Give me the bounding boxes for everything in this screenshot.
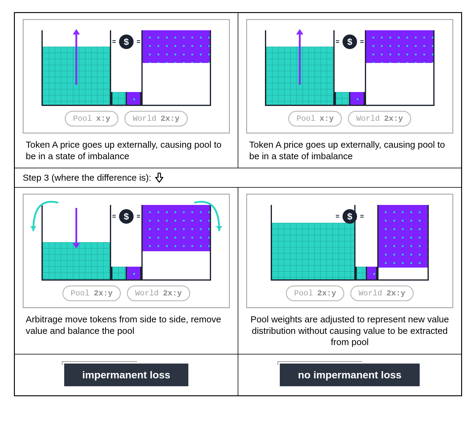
dollar-icon: $ xyxy=(342,35,357,49)
connector-fill xyxy=(336,92,349,105)
diagram-grid: = $ = Pool x:y xyxy=(14,12,462,396)
pill-pool: Pool 2x:y xyxy=(62,285,121,301)
panel-frame: = $ = Pool x:y xyxy=(246,19,453,133)
caption: Token A price goes up externally, causin… xyxy=(246,139,453,162)
tank-token-a xyxy=(265,30,335,106)
result-cell-left: impermanent loss xyxy=(15,354,238,396)
tank-token-b xyxy=(365,30,435,106)
connector xyxy=(111,92,127,106)
connector xyxy=(335,92,350,106)
connector-fill xyxy=(127,267,140,279)
eq-sign: = xyxy=(112,212,116,220)
dollar-icon: $ xyxy=(342,209,357,224)
pill-label: World xyxy=(356,114,380,123)
pill-ratio: 2x:y xyxy=(317,289,336,298)
eq-sign: = xyxy=(360,38,364,46)
pill-ratio: 2x:y xyxy=(384,114,403,123)
panel-frame: = $ = xyxy=(23,194,230,308)
arrow-down-icon xyxy=(75,208,77,244)
result-cell-right: no impermanent loss xyxy=(238,354,461,396)
arrow-down-outline-icon xyxy=(155,173,164,183)
connector xyxy=(366,267,377,281)
connector-fill xyxy=(112,267,126,279)
panel-top-left: = $ = Pool x:y xyxy=(15,13,238,168)
connector xyxy=(111,267,127,281)
pill-ratio: 2x:y xyxy=(94,289,113,298)
caption: Token A price goes up externally, causin… xyxy=(23,139,230,162)
connector xyxy=(349,92,365,106)
eq-sign: = xyxy=(360,212,364,220)
eq-sign: = xyxy=(112,38,116,46)
money-equals: = $ = xyxy=(336,209,364,224)
panel-frame: = $ = Pool 2x:y World xyxy=(246,194,453,308)
pill-world: World 2x:y xyxy=(124,111,187,127)
tank-token-b xyxy=(377,205,429,281)
pill-ratio: x:y xyxy=(96,114,111,123)
dollar-icon: $ xyxy=(119,35,134,49)
eq-sign: = xyxy=(137,212,140,220)
connector-fill xyxy=(127,92,140,105)
curve-arrow-right-icon xyxy=(189,200,225,239)
pill-label: Pool xyxy=(71,289,89,298)
connector-fill xyxy=(357,267,366,279)
panel-frame: = $ = Pool x:y xyxy=(23,19,230,133)
fill-purple xyxy=(378,205,428,268)
pill-ratio: 2x:y xyxy=(160,114,179,123)
tanks: = $ = xyxy=(253,27,447,106)
pills: Pool 2x:y World 2x:y xyxy=(253,285,447,301)
arrow-up-icon xyxy=(299,33,301,85)
pill-label: World xyxy=(135,289,159,298)
pill-pool: Pool x:y xyxy=(65,111,118,127)
panel-bottom-right: = $ = Pool 2x:y World xyxy=(238,187,461,354)
result-impermanent-loss: impermanent loss xyxy=(64,364,189,386)
connector-fill xyxy=(367,267,376,279)
pill-ratio: 2x:y xyxy=(163,289,182,298)
pills: Pool 2x:y World 2x:y xyxy=(29,285,223,301)
panel-bottom-left: = $ = xyxy=(15,187,238,354)
step-divider-text: Step 3 (where the difference is): xyxy=(23,173,151,183)
eq-sign: = xyxy=(336,212,339,220)
connector xyxy=(126,267,141,281)
pill-label: Pool xyxy=(294,289,313,298)
connector xyxy=(126,92,141,106)
tanks: = $ = xyxy=(29,202,223,281)
eq-sign: = xyxy=(336,38,339,46)
pill-world: World 2x:y xyxy=(350,285,413,301)
money-equals: = $ = xyxy=(112,209,140,224)
pill-pool: Pool x:y xyxy=(288,111,342,127)
connector-fill xyxy=(112,92,126,105)
tanks: = $ = xyxy=(253,202,447,281)
pill-pool: Pool 2x:y xyxy=(286,285,344,301)
pill-label: World xyxy=(359,289,382,298)
pill-label: Pool xyxy=(73,114,92,123)
eq-sign: = xyxy=(137,38,140,46)
result-no-impermanent-loss: no impermanent loss xyxy=(280,364,420,386)
dollar-icon: $ xyxy=(119,209,134,224)
pill-ratio: x:y xyxy=(320,114,334,123)
caption: Arbitrage move tokens from side to side,… xyxy=(23,314,230,336)
pill-world: World 2x:y xyxy=(127,285,190,301)
pills: Pool x:y World 2x:y xyxy=(29,111,223,127)
money-equals: = $ = xyxy=(336,35,364,49)
pill-ratio: 2x:y xyxy=(386,289,405,298)
curve-arrow-left-icon xyxy=(27,200,64,239)
connector-fill xyxy=(350,92,364,105)
fill-purple xyxy=(366,30,433,63)
connector xyxy=(355,267,367,281)
pills: Pool x:y World 2x:y xyxy=(253,111,447,127)
panel-top-right: = $ = Pool x:y xyxy=(238,13,461,168)
arrow-up-icon xyxy=(75,33,77,85)
caption: Pool weights are adjusted to represent n… xyxy=(246,314,453,348)
money-equals: = $ = xyxy=(112,35,140,49)
tanks: = $ = xyxy=(29,27,223,106)
tank-token-b xyxy=(141,30,211,106)
pill-label: World xyxy=(133,114,156,123)
pill-label: Pool xyxy=(296,114,315,123)
step-divider-row: Step 3 (where the difference is): xyxy=(15,168,461,187)
pill-world: World 2x:y xyxy=(348,111,411,127)
tank-token-a xyxy=(41,30,111,106)
fill-teal xyxy=(272,223,354,279)
fill-purple xyxy=(143,30,210,63)
